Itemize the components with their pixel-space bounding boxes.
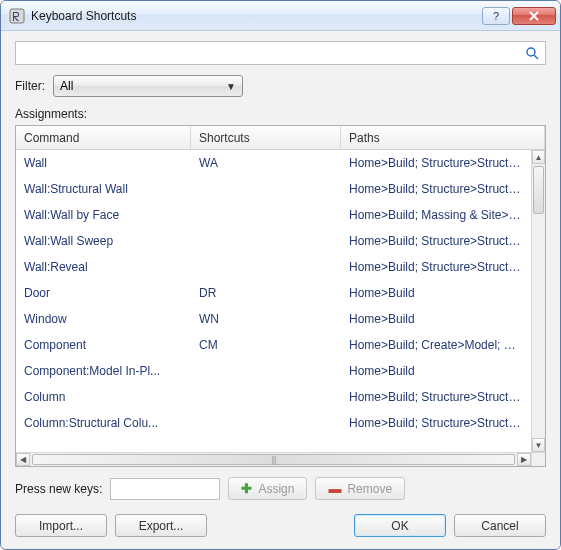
assignments-label: Assignments: (15, 107, 546, 121)
cell-command: Wall (16, 152, 191, 174)
cell-path: Home>Build (341, 282, 531, 304)
cell-shortcut: WN (191, 308, 341, 330)
press-keys-input[interactable] (110, 478, 220, 500)
table-row[interactable]: DoorDRHome>Build (16, 280, 531, 306)
column-header-command[interactable]: Command (16, 126, 191, 149)
table-row[interactable]: WallWAHome>Build; Structure>Structure (16, 150, 531, 176)
export-button[interactable]: Export... (115, 514, 207, 537)
filter-selected-value: All (60, 79, 73, 93)
export-button-label: Export... (139, 519, 184, 533)
chevron-down-icon: ▼ (226, 81, 236, 92)
cell-command: Component:Model In-Pl... (16, 360, 191, 382)
press-keys-row: Press new keys: ✚ Assign ▬ Remove (15, 477, 546, 500)
plus-icon: ✚ (241, 482, 252, 495)
search-row (15, 41, 546, 65)
filter-dropdown[interactable]: All ▼ (53, 75, 243, 97)
assign-button[interactable]: ✚ Assign (228, 477, 307, 500)
hscroll-thumb[interactable]: ||| (32, 454, 515, 465)
cell-command: Wall:Reveal (16, 256, 191, 278)
import-button-label: Import... (39, 519, 83, 533)
vscroll-track[interactable] (532, 164, 545, 438)
cell-path: Home>Build (341, 308, 531, 330)
cancel-button-label: Cancel (481, 519, 518, 533)
scroll-right-arrow[interactable]: ▶ (517, 453, 531, 466)
cell-path: Home>Build (341, 360, 531, 382)
table-row[interactable]: Column:Structural Colu...Home>Build; Str… (16, 410, 531, 436)
filter-label: Filter: (15, 79, 45, 93)
cell-path: Home>Build; Structure>Structure (341, 230, 531, 252)
cell-shortcut (191, 211, 341, 219)
column-header-paths[interactable]: Paths (341, 126, 545, 149)
remove-button-label: Remove (347, 482, 392, 496)
cell-path: Home>Build; Structure>Structure (341, 178, 531, 200)
cell-shortcut (191, 237, 341, 245)
cell-shortcut: CM (191, 334, 341, 356)
window-title: Keyboard Shortcuts (31, 9, 482, 23)
vertical-scrollbar[interactable]: ▲ ▼ (531, 150, 545, 452)
cell-shortcut (191, 185, 341, 193)
horizontal-scrollbar[interactable]: ◀ ||| ▶ (16, 452, 531, 466)
cell-shortcut: DR (191, 282, 341, 304)
cell-command: Wall:Structural Wall (16, 178, 191, 200)
cancel-button[interactable]: Cancel (454, 514, 546, 537)
svg-point-1 (527, 48, 535, 56)
press-keys-label: Press new keys: (15, 482, 102, 496)
hscroll-track[interactable]: ||| (30, 453, 517, 466)
cell-command: Window (16, 308, 191, 330)
cell-path: Home>Build; Structure>Structure (341, 412, 531, 434)
table-row[interactable]: WindowWNHome>Build (16, 306, 531, 332)
cell-shortcut (191, 367, 341, 375)
search-icon[interactable] (524, 45, 540, 61)
grid-header: Command Shortcuts Paths (16, 126, 545, 150)
cell-shortcut (191, 263, 341, 271)
ok-button-label: OK (391, 519, 408, 533)
cell-path: Home>Build; Structure>Structure (341, 256, 531, 278)
minus-icon: ▬ (328, 482, 341, 495)
dialog-window: Keyboard Shortcuts ? Filter: All ▼ Assig… (0, 0, 561, 550)
column-header-shortcuts[interactable]: Shortcuts (191, 126, 341, 149)
cell-path: Home>Build; Massing & Site>Co... (341, 204, 531, 226)
cell-command: Column:Structural Colu... (16, 412, 191, 434)
app-icon (9, 8, 25, 24)
remove-button[interactable]: ▬ Remove (315, 477, 405, 500)
cell-command: Component (16, 334, 191, 356)
cell-path: Home>Build; Structure>Structure (341, 152, 531, 174)
scroll-left-arrow[interactable]: ◀ (16, 453, 30, 466)
cell-command: Wall:Wall by Face (16, 204, 191, 226)
close-button[interactable] (512, 7, 556, 25)
dialog-buttons: Import... Export... OK Cancel (15, 514, 546, 537)
cell-path: Home>Build; Create>Model; Con... (341, 334, 531, 356)
filter-row: Filter: All ▼ (15, 75, 546, 97)
cell-path: Home>Build; Structure>Structure (341, 386, 531, 408)
table-row[interactable]: ColumnHome>Build; Structure>Structure (16, 384, 531, 410)
grid-body: WallWAHome>Build; Structure>StructureWal… (16, 150, 545, 466)
scroll-down-arrow[interactable]: ▼ (532, 438, 545, 452)
svg-line-2 (534, 55, 538, 59)
help-button[interactable]: ? (482, 7, 510, 25)
table-row[interactable]: Wall:RevealHome>Build; Structure>Structu… (16, 254, 531, 280)
table-row[interactable]: Wall:Structural WallHome>Build; Structur… (16, 176, 531, 202)
client-area: Filter: All ▼ Assignments: Command Short… (1, 31, 560, 549)
table-row[interactable]: Component:Model In-Pl...Home>Build (16, 358, 531, 384)
assignments-grid: Command Shortcuts Paths WallWAHome>Build… (15, 125, 546, 467)
scroll-up-arrow[interactable]: ▲ (532, 150, 545, 164)
vscroll-thumb[interactable] (533, 166, 544, 214)
table-row[interactable]: ComponentCMHome>Build; Create>Model; Con… (16, 332, 531, 358)
cell-shortcut (191, 393, 341, 401)
table-row[interactable]: Wall:Wall SweepHome>Build; Structure>Str… (16, 228, 531, 254)
scroll-corner (531, 452, 545, 466)
cell-shortcut: WA (191, 152, 341, 174)
cell-shortcut (191, 419, 341, 427)
table-row[interactable]: Wall:Wall by FaceHome>Build; Massing & S… (16, 202, 531, 228)
assign-button-label: Assign (258, 482, 294, 496)
cell-command: Column (16, 386, 191, 408)
cell-command: Door (16, 282, 191, 304)
ok-button[interactable]: OK (354, 514, 446, 537)
cell-command: Wall:Wall Sweep (16, 230, 191, 252)
import-button[interactable]: Import... (15, 514, 107, 537)
search-input[interactable] (15, 41, 546, 65)
titlebar: Keyboard Shortcuts ? (1, 1, 560, 31)
